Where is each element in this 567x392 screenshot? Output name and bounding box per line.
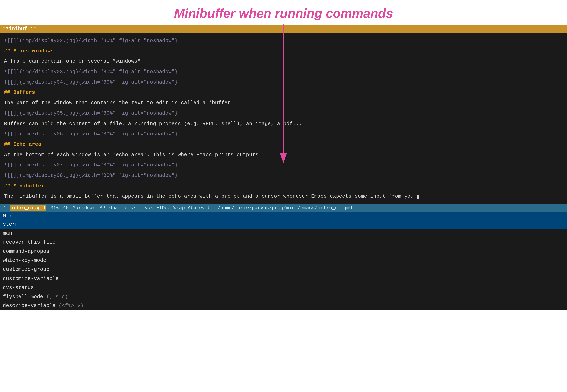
annotation-title: Minibuffer when running commands bbox=[0, 6, 567, 21]
status-line: 46 bbox=[63, 205, 69, 211]
text-frame: A frame can contain one or several *wind… bbox=[4, 57, 563, 66]
blank-13 bbox=[4, 169, 563, 171]
status-mode: Markdown bbox=[73, 205, 96, 211]
minibuffer-area[interactable]: M-x vterm man recover-this-file command-… bbox=[0, 212, 567, 310]
status-sp: SP bbox=[99, 205, 105, 211]
blank-1 bbox=[4, 45, 563, 46]
heading-minibuffer: ## Minibuffer bbox=[4, 182, 563, 190]
minibuffer-prompt: M-x bbox=[3, 213, 12, 219]
completion-item-which-key[interactable]: which-key-mode bbox=[0, 256, 567, 265]
blank-11 bbox=[4, 149, 563, 150]
blank-15 bbox=[4, 190, 563, 192]
heading-echo: ## Echo area bbox=[4, 140, 563, 149]
text-cursor bbox=[417, 195, 419, 199]
heading-echo-text: Echo area bbox=[13, 141, 41, 147]
editor-wrapper: *Minibuf-1* ![[]](img/display02.jpg){wid… bbox=[0, 25, 567, 310]
completion-item-customize-group[interactable]: customize-group bbox=[0, 265, 567, 274]
completion-item-cvs-status[interactable]: cvs-status bbox=[0, 283, 567, 292]
completion-list[interactable]: vterm man recover-this-file command-apro… bbox=[0, 220, 567, 310]
blank-10 bbox=[4, 139, 563, 140]
heading-buffers: ## Buffers bbox=[4, 88, 563, 97]
code-line-2: ![[]](img/display03.jpg){width="80%" fig… bbox=[4, 68, 563, 76]
heading-buffers-text: Buffers bbox=[13, 89, 35, 96]
status-star: * bbox=[3, 205, 6, 211]
text-echo-def: At the bottom of each window is an *echo… bbox=[4, 150, 563, 159]
status-bar: * intro_ui.qmd 31% 46 Markdown SP Quarto… bbox=[0, 204, 567, 212]
code-line-4: ![[]](img/display05.jpg){width="80%" fig… bbox=[4, 109, 563, 118]
text-minibuffer-def: The minibuffer is a small buffer that ap… bbox=[4, 192, 563, 201]
heading-emacs-windows: ## Emacs windows bbox=[4, 46, 563, 55]
completion-item-recover[interactable]: recover-this-file bbox=[0, 238, 567, 247]
blank-4 bbox=[4, 76, 563, 78]
title-bar: *Minibuf-1* bbox=[0, 25, 567, 33]
buffer-name: *Minibuf-1* bbox=[2, 26, 37, 32]
completion-item-man[interactable]: man bbox=[0, 229, 567, 238]
code-line-5: ![[]](img/display06.jpg){width="80%" fig… bbox=[4, 130, 563, 139]
blank-12 bbox=[4, 159, 563, 161]
completion-item-describe-variable[interactable]: describe-variable (<f1> v) bbox=[0, 301, 567, 310]
completion-item-vterm[interactable]: vterm bbox=[0, 220, 567, 229]
text-buffer-def: The part of the window that contains the… bbox=[4, 98, 563, 107]
completion-item-command-apropos[interactable]: command-apropos bbox=[0, 247, 567, 256]
blank-2 bbox=[4, 55, 563, 57]
blank-8 bbox=[4, 118, 563, 119]
status-filename: intro_ui.qmd bbox=[10, 205, 46, 211]
code-line-1: ![[]](img/display02.jpg){width="80%" fig… bbox=[4, 36, 563, 45]
annotation-area: Minibuffer when running commands bbox=[0, 0, 567, 25]
blank-5 bbox=[4, 86, 563, 88]
minibuffer-input[interactable]: M-x bbox=[0, 212, 567, 220]
status-quarto: Quarto bbox=[109, 205, 126, 211]
completion-item-customize-variable[interactable]: customize-variable bbox=[0, 274, 567, 283]
editor-content[interactable]: ![[]](img/display02.jpg){width="80%" fig… bbox=[0, 33, 567, 204]
describe-hint: (<f1> v) bbox=[59, 303, 83, 309]
code-line-7: ![[]](img/display08.jpg){width="80%" fig… bbox=[4, 171, 563, 180]
blank-9 bbox=[4, 128, 563, 130]
blank-3 bbox=[4, 66, 563, 68]
code-line-3: ![[]](img/display04.jpg){width="80%" fig… bbox=[4, 78, 563, 86]
blank-6 bbox=[4, 97, 563, 98]
heading-emacs-windows-text: Emacs windows bbox=[13, 48, 54, 54]
status-modes: s/-- yas ElDoc Wrap Abbrev U: bbox=[130, 205, 214, 211]
text-buffers-hold: Buffers can hold the content of a file, … bbox=[4, 119, 563, 128]
status-path: /home/marie/parvus/prog/mint/emacs/intro… bbox=[217, 205, 352, 211]
blank-7 bbox=[4, 107, 563, 109]
completion-item-flyspell[interactable]: flyspell-mode (; s c) bbox=[0, 292, 567, 302]
status-percent: 31% bbox=[50, 205, 59, 211]
blank-14 bbox=[4, 180, 563, 182]
code-line-6: ![[]](img/display07.jpg){width="80%" fig… bbox=[4, 161, 563, 169]
heading-minibuffer-text: Minibuffer bbox=[13, 183, 44, 189]
flyspell-hint: (; s c) bbox=[46, 294, 68, 300]
